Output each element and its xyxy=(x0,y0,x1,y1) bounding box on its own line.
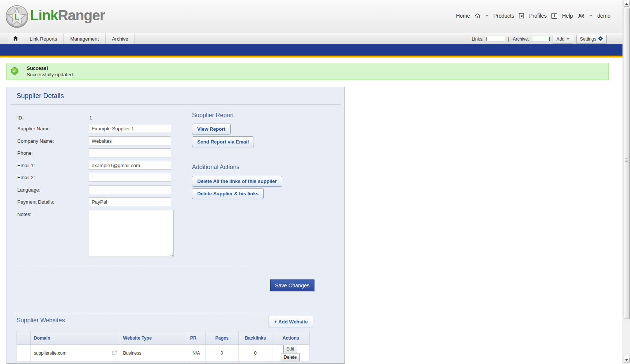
edit-row-button[interactable]: Edit xyxy=(283,345,297,353)
svg-text:L: L xyxy=(15,13,19,21)
top-nav: Home Products Profiles i Help demo xyxy=(456,13,610,19)
col-select xyxy=(17,331,31,345)
company-name-input[interactable] xyxy=(89,136,171,145)
table-row: suppliersite.com Business N/A 0 0 EditDe… xyxy=(17,345,310,362)
website-type-cell: Business xyxy=(120,345,187,362)
notes-textarea[interactable] xyxy=(89,210,174,257)
section-divider xyxy=(17,313,310,313)
table-header-row: Domain Website Type PR Pages Backlinks A… xyxy=(17,331,310,345)
nav-home-link[interactable]: Home xyxy=(456,13,470,19)
arrow-up-icon xyxy=(625,3,628,5)
notes-label: Notes: xyxy=(17,211,32,217)
alert-message: Successfully updated. xyxy=(27,72,74,77)
home-icon[interactable] xyxy=(475,13,480,18)
email2-label: Email 2: xyxy=(17,175,35,180)
success-check-icon: ✓ xyxy=(11,67,18,75)
delete-all-links-button[interactable]: Delete All the links of this supplier xyxy=(192,176,282,187)
gold-stripe xyxy=(0,56,630,57)
chevron-down-icon[interactable] xyxy=(589,15,592,17)
page-title: Supplier Details xyxy=(17,92,64,100)
save-changes-button[interactable]: Save Changes xyxy=(270,279,314,291)
supplier-websites-heading: Supplier Websites xyxy=(17,317,65,324)
language-input[interactable] xyxy=(89,185,171,194)
supplier-details-panel: Supplier Details ID: Supplier Name: Comp… xyxy=(6,87,345,364)
pr-cell: N/A xyxy=(187,345,205,362)
supplier-name-input[interactable] xyxy=(89,124,171,133)
tab-link-reports[interactable]: Link Reports xyxy=(23,33,64,45)
domain-value: suppliersite.com xyxy=(34,350,66,356)
additional-actions-heading: Additional Actions xyxy=(192,164,239,171)
external-link-icon[interactable] xyxy=(112,350,117,356)
email1-label: Email 1: xyxy=(17,163,35,168)
settings-button[interactable]: Settings xyxy=(576,35,607,44)
links-quota-label: Links: xyxy=(471,36,483,42)
gear-icon xyxy=(598,36,603,42)
info-icon[interactable]: i xyxy=(551,13,557,19)
phone-label: Phone: xyxy=(17,150,33,156)
chevron-down-icon[interactable] xyxy=(485,15,488,17)
links-progress-bar xyxy=(486,37,504,41)
domain-cell: suppliersite.com xyxy=(30,345,120,362)
nav-products-link[interactable]: Products xyxy=(493,13,514,19)
tab-management[interactable]: Management xyxy=(64,33,106,45)
nav-help-link[interactable]: Help xyxy=(562,13,573,19)
add-button-label: Add xyxy=(556,36,564,42)
scroll-down-button[interactable] xyxy=(624,357,630,363)
email2-input[interactable] xyxy=(89,173,171,182)
payment-details-input[interactable] xyxy=(89,197,171,206)
col-domain: Domain xyxy=(30,331,120,345)
archive-quota-label: Archive: xyxy=(513,36,529,42)
brand-link: Link xyxy=(30,8,58,23)
delete-supplier-button[interactable]: Delete Supplier & his links xyxy=(192,188,264,199)
pages-cell: 0 xyxy=(205,345,239,362)
id-value: 1 xyxy=(89,115,92,121)
supplier-report-heading: Supplier Report xyxy=(192,112,234,119)
row-select-cell[interactable] xyxy=(17,345,31,362)
tab-archive[interactable]: Archive xyxy=(106,33,135,45)
col-actions: Actions xyxy=(272,331,310,345)
col-pr: PR xyxy=(187,331,205,345)
col-pages: Pages xyxy=(205,331,239,345)
scroll-up-button[interactable] xyxy=(624,1,630,7)
col-backlinks: Backlinks xyxy=(239,331,272,345)
settings-button-label: Settings xyxy=(580,36,596,42)
tab-home[interactable] xyxy=(8,33,23,45)
title-divider xyxy=(10,104,341,105)
archive-progress-bar xyxy=(532,37,550,41)
scrollbar-grip xyxy=(625,159,628,162)
brand-ranger: Ranger xyxy=(58,8,105,23)
quota-toolbar: Links: | Archive: Add Settings xyxy=(471,33,607,45)
language-label: Language: xyxy=(17,187,40,193)
backlinks-cell: 0 xyxy=(239,345,272,362)
form-divider xyxy=(17,266,310,266)
arrow-down-icon xyxy=(625,359,628,361)
scrollbar-thumb[interactable] xyxy=(624,8,630,319)
export-icon[interactable] xyxy=(519,13,524,18)
tabs: Link Reports Management Archive xyxy=(8,33,135,45)
supplier-websites-table: Domain Website Type PR Pages Backlinks A… xyxy=(17,331,310,362)
alert-title: Success! xyxy=(27,65,48,71)
delete-row-button[interactable]: Delete xyxy=(281,353,300,361)
linkranger-logo-badge: L xyxy=(5,5,29,28)
success-alert: ✓ Success! Successfully updated. xyxy=(6,63,609,80)
add-website-button[interactable]: + Add Website xyxy=(269,316,313,327)
toolbar-separator: | xyxy=(508,36,509,42)
nav-profiles-link[interactable]: Profiles xyxy=(529,13,547,19)
view-report-button[interactable]: View Report xyxy=(192,124,231,134)
main-tab-bar: Link Reports Management Archive Links: |… xyxy=(0,33,630,44)
phone-input[interactable] xyxy=(89,148,171,157)
nav-user-menu[interactable]: demo xyxy=(597,13,610,19)
add-button[interactable]: Add xyxy=(553,35,573,44)
vertical-scrollbar[interactable] xyxy=(622,0,630,364)
navy-banner xyxy=(0,44,630,56)
company-name-label: Company Name: xyxy=(17,138,54,144)
chevron-down-icon xyxy=(567,38,570,40)
id-label: ID: xyxy=(17,115,24,121)
brand-wordmark: LinkRanger xyxy=(30,8,105,24)
users-icon[interactable] xyxy=(578,14,585,18)
supplier-name-label: Supplier Name: xyxy=(17,126,51,131)
send-report-button[interactable]: Send Report via Email xyxy=(192,136,254,147)
app-header: L LinkRanger Home Products Profiles i He… xyxy=(0,0,630,33)
email1-input[interactable] xyxy=(89,161,171,170)
col-website-type: Website Type xyxy=(120,331,187,345)
